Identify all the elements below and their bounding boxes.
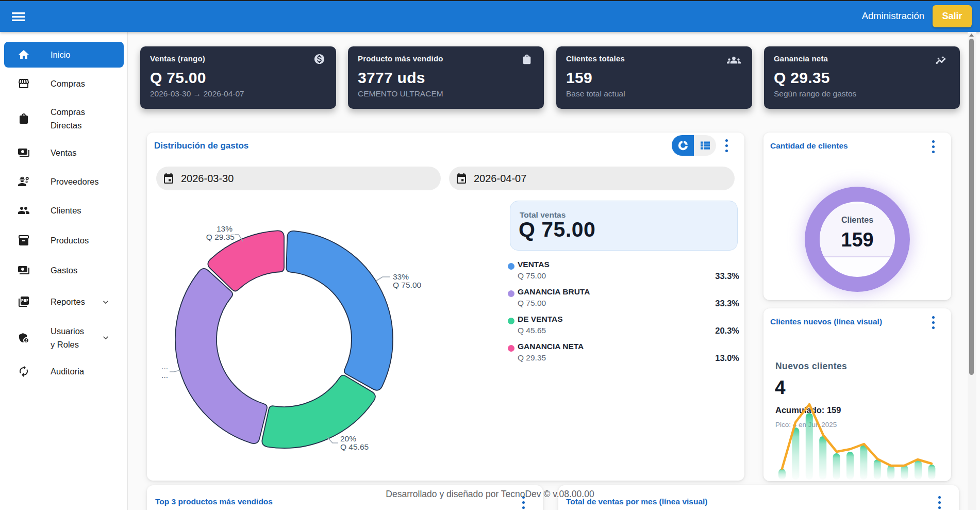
- svg-text:13%: 13%: [217, 224, 232, 233]
- svg-text:Q 45.65: Q 45.65: [340, 442, 369, 451]
- svg-text:Q 75.00: Q 75.00: [393, 281, 422, 289]
- svg-text:...: ...: [161, 362, 168, 371]
- svg-text:...: ...: [161, 371, 168, 380]
- svg-text:33%: 33%: [393, 272, 409, 281]
- svg-text:20%: 20%: [340, 434, 356, 443]
- svg-text:Q 29.35: Q 29.35: [206, 233, 235, 241]
